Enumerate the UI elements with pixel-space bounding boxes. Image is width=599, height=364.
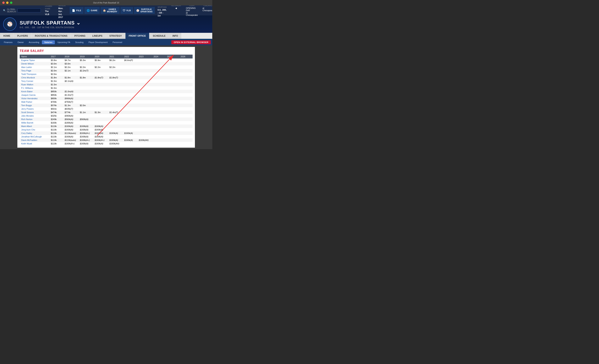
vlb-button[interactable]: 🛡 VLB <box>120 7 133 14</box>
player-name-cell[interactable]: Jong-bum Cho <box>20 128 49 132</box>
salary-cell-y2017: $1.5m <box>49 86 63 90</box>
player-link[interactable]: Júlio Morales <box>21 115 34 117</box>
player-name-cell[interactable]: Jerry Powers <box>20 107 49 111</box>
player-name-cell[interactable]: Todd Thompson <box>20 72 49 76</box>
dropdown-icon[interactable]: ⌄ <box>76 20 81 26</box>
person-icon: 🏠 <box>103 9 106 12</box>
player-link[interactable]: Keith Wyatt <box>21 142 32 145</box>
salary-cell-y2018: $635k(T) <box>63 107 78 111</box>
salary-cell-y2020: $1.8m(T) <box>93 76 108 79</box>
player-name-cell[interactable]: Tom Boggs <box>20 104 49 107</box>
player-name-cell[interactable]: Keith Wyatt <box>20 142 49 145</box>
player-link[interactable]: Kevin Baker <box>21 90 33 93</box>
player-name-cell[interactable]: Davis McFadden <box>20 138 49 142</box>
salary-cell-y2023 <box>137 90 152 93</box>
player-link[interactable]: Scott Simons <box>21 111 34 114</box>
subnav-personnel[interactable]: Personnel <box>110 40 125 44</box>
player-name-cell[interactable]: Júlio Morales <box>20 114 49 117</box>
salary-cell-y2025 <box>166 128 179 132</box>
player-name-cell[interactable]: Eugene Tipton <box>20 59 49 62</box>
player-name-cell[interactable]: Willie Barrett <box>20 121 49 124</box>
player-name-cell[interactable]: Victor Hernández <box>20 97 49 100</box>
salary-cell-y2026 <box>179 72 193 76</box>
player-link[interactable]: Ryan Walton <box>21 83 33 86</box>
player-link[interactable]: Derek Wilson <box>21 62 34 65</box>
suffolk-spartans-button[interactable]: ⚾ SUFFOLK SPARTANS <box>134 7 155 14</box>
player-name-cell[interactable]: Mark Albert <box>20 124 49 128</box>
tab-front-office[interactable]: FRONT OFFICE <box>125 33 149 39</box>
game-icon: 🌐 <box>87 9 90 12</box>
player-name-cell[interactable]: Cory Dailey <box>20 132 49 135</box>
tab-strategy[interactable]: STRATEGY <box>106 33 125 39</box>
salary-cell-y2024 <box>152 111 166 114</box>
player-name-cell[interactable]: Ryan Walton <box>20 83 49 86</box>
player-link[interactable]: Jonathan McCullough <box>21 135 42 138</box>
search-input[interactable] <box>18 9 41 12</box>
table-row: Scott Simons$474k$774k$1.1m$1.3m$1.4m(T) <box>20 111 193 114</box>
player-link[interactable]: Chris Murdock <box>21 76 35 79</box>
player-link[interactable]: Rich Norton <box>21 118 32 120</box>
james-mowery-button[interactable]: 🏠 JAMES MOWERY <box>101 7 120 14</box>
subnav-finances[interactable]: Finances <box>1 40 15 44</box>
player-link[interactable]: Joaquin Garcia <box>21 94 35 96</box>
player-link[interactable]: Mark Albert <box>21 125 32 127</box>
player-link[interactable]: Tom Boggs <box>21 104 32 107</box>
subnav-owner[interactable]: Owner <box>15 40 26 44</box>
game-button[interactable]: 🌐 GAME <box>84 7 100 14</box>
salary-cell-y2021 <box>108 86 123 90</box>
salary-cell-y2024 <box>152 121 166 124</box>
table-row: Mark Albert$110k$160k(A)$160k(A)$160k(A) <box>20 124 193 128</box>
tab-lineups[interactable]: LINEUPS <box>89 33 106 39</box>
player-name-cell[interactable]: Joaquin Garcia <box>20 93 49 97</box>
maximize-button[interactable] <box>10 1 12 4</box>
player-link[interactable]: Eugene Tipton <box>21 59 35 61</box>
player-link[interactable]: Jerry Powers <box>21 108 34 110</box>
player-link[interactable]: Davis McFadden <box>21 139 37 141</box>
player-name-cell[interactable]: Rich Norton <box>20 117 49 121</box>
open-external-button[interactable]: OPEN IN EXTERNAL BROWSER <box>171 40 211 44</box>
player-name-cell[interactable]: Walt Parker <box>20 100 49 104</box>
col-header-2025: 2025 <box>166 55 179 59</box>
james-label: JAMES MOWERY <box>107 8 117 13</box>
player-name-cell[interactable]: Scott Simons <box>20 111 49 114</box>
content-area: TEAM SALARY Name 2017 2018 2019 2020 202… <box>0 45 212 149</box>
tab-players[interactable]: PLAYERS <box>14 33 31 39</box>
subnav-accounting[interactable]: Accounting <box>26 40 42 44</box>
player-name-cell[interactable]: Jonathan McCullough <box>20 135 49 138</box>
subnav-player-development[interactable]: Player Development <box>86 40 110 44</box>
salary-cell-y2025 <box>166 65 179 69</box>
subnav-salaries[interactable]: Salaries <box>42 40 55 44</box>
tab-pitching[interactable]: PITCHING <box>71 33 88 39</box>
player-link[interactable]: Todd Thompson <box>21 73 36 75</box>
salary-cell-y2017: $850k <box>49 93 63 97</box>
player-link[interactable]: Walt Parker <box>21 101 32 103</box>
player-link[interactable]: Cory Dailey <box>21 132 32 134</box>
player-link[interactable]: P.J. Williams <box>21 87 33 89</box>
close-button[interactable] <box>2 1 5 4</box>
tab-rosters-transactions[interactable]: ROSTERS & TRANSACTIONS <box>32 33 71 39</box>
file-button[interactable]: 📄 FILE <box>70 7 83 14</box>
player-link[interactable]: Jong-bum Cho <box>21 129 35 131</box>
player-name-cell[interactable]: Alan Larkin <box>20 65 49 69</box>
player-link[interactable]: Tony Page <box>21 70 31 72</box>
player-name-cell[interactable]: Tony Page <box>20 69 49 72</box>
player-link[interactable]: Tony Conner <box>21 80 33 82</box>
tab-schedule[interactable]: SCHEDULE <box>150 33 169 39</box>
subnav-upcoming-fa[interactable]: Upcoming FA <box>55 40 72 44</box>
salary-cell-y2025 <box>166 72 179 76</box>
salary-cell-y2026 <box>179 114 193 117</box>
salary-cell-y2019 <box>78 97 93 100</box>
player-name-cell[interactable]: P.J. Williams <box>20 86 49 90</box>
tab-home[interactable]: HOME <box>0 33 14 39</box>
player-name-cell[interactable]: Derek Wilson <box>20 62 49 65</box>
minimize-button[interactable] <box>6 1 9 4</box>
salary-cell-y2025 <box>166 79 179 83</box>
player-name-cell[interactable]: Kevin Baker <box>20 90 49 93</box>
player-link[interactable]: Alan Larkin <box>21 66 32 68</box>
player-link[interactable]: Willie Barrett <box>21 122 33 124</box>
subnav-scouting[interactable]: Scouting <box>73 40 86 44</box>
tab-info[interactable]: INFO <box>169 33 181 39</box>
player-name-cell[interactable]: Tony Conner <box>20 79 49 83</box>
player-link[interactable]: Victor Hernández <box>21 97 38 100</box>
player-name-cell[interactable]: Chris Murdock <box>20 76 49 79</box>
